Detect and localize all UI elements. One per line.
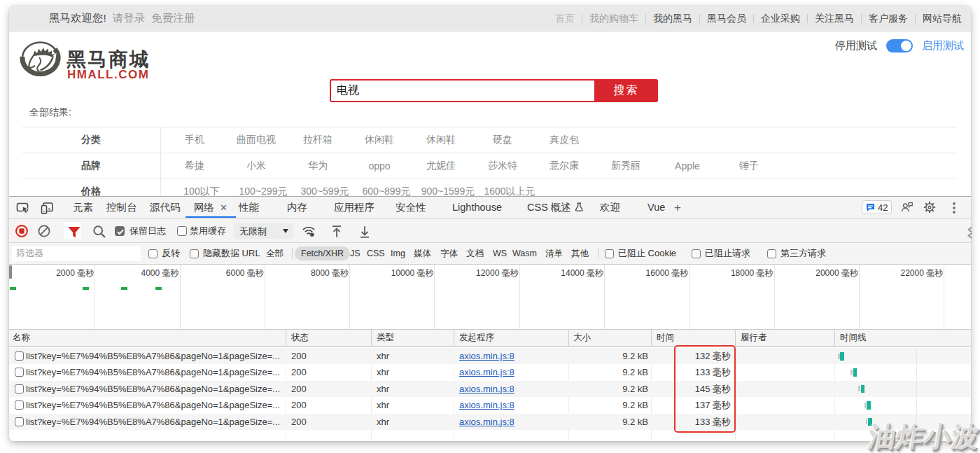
- devtools-add-tab[interactable]: +: [674, 197, 681, 218]
- filter-option[interactable]: 手机: [164, 134, 225, 146]
- request-name[interactable]: list?key=%E7%94%B5%E8%A7%86&pageNo=1&pag…: [26, 381, 280, 397]
- column-separator[interactable]: [651, 330, 652, 346]
- issues-badge[interactable]: 42: [862, 200, 892, 214]
- filter-option[interactable]: 硬盘: [472, 134, 533, 146]
- row-checkbox[interactable]: [15, 384, 24, 393]
- hide-data-urls-group[interactable]: 隐藏数据 URL: [190, 243, 260, 264]
- request-name[interactable]: list?key=%E7%94%B5%E8%A7%86&pageNo=1&pag…: [26, 397, 280, 413]
- login-link[interactable]: 请登录: [113, 11, 146, 26]
- devtools-tab[interactable]: 欢迎: [600, 197, 620, 218]
- more-options-icon[interactable]: [947, 201, 961, 215]
- devtools-tab[interactable]: 源代码: [150, 197, 181, 218]
- topnav-item[interactable]: 网站导航: [916, 13, 969, 25]
- invert-filter-group[interactable]: 反转: [148, 243, 180, 264]
- request-name[interactable]: list?key=%E7%94%B5%E8%A7%86&pageNo=1&pag…: [26, 348, 280, 364]
- third-party-checkbox[interactable]: [767, 249, 776, 258]
- blocked-cookies-group[interactable]: 已阻止 Cookie: [605, 243, 676, 264]
- filter-option[interactable]: 莎米特: [472, 160, 533, 172]
- inspect-element-icon[interactable]: [16, 201, 30, 215]
- network-request-row[interactable]: list?key=%E7%94%B5%E8%A7%86&pageNo=1&pag…: [9, 414, 971, 430]
- filter-option[interactable]: 真皮包: [533, 134, 595, 146]
- row-checkbox[interactable]: [15, 417, 24, 426]
- topnav-item[interactable]: 我的购物车: [582, 13, 645, 25]
- request-type-filter[interactable]: 文档: [466, 243, 484, 264]
- filter-option[interactable]: 曲面电视: [225, 134, 287, 146]
- filter-option[interactable]: 小米: [225, 160, 287, 172]
- filter-option[interactable]: 休闲鞋: [410, 134, 472, 146]
- column-separator[interactable]: [371, 330, 372, 346]
- request-name[interactable]: list?key=%E7%94%B5%E8%A7%86&pageNo=1&pag…: [26, 364, 280, 380]
- devtools-tab[interactable]: 网络✕: [194, 197, 227, 218]
- request-type-filter[interactable]: CSS: [367, 243, 385, 264]
- device-toolbar-icon[interactable]: [40, 201, 54, 215]
- record-network-log-icon[interactable]: [15, 224, 29, 238]
- search-button[interactable]: 搜索: [594, 79, 658, 102]
- request-initiator-link[interactable]: axios.min.js:8: [459, 414, 514, 430]
- devtools-tab[interactable]: 元素: [73, 197, 93, 218]
- request-name[interactable]: list?key=%E7%94%B5%E8%A7%86&pageNo=1&pag…: [26, 414, 280, 430]
- request-type-filter[interactable]: Img: [391, 243, 405, 264]
- filter-option[interactable]: oppo: [349, 160, 410, 172]
- request-initiator-link[interactable]: axios.min.js:8: [459, 381, 514, 397]
- topnav-item[interactable]: 客户服务: [862, 13, 915, 25]
- devtools-tab[interactable]: Vue: [648, 197, 665, 218]
- disable-cache-group[interactable]: 禁用缓存: [177, 219, 226, 242]
- export-har-icon[interactable]: [358, 225, 372, 239]
- request-type-filter[interactable]: 其他: [571, 243, 589, 264]
- column-header[interactable]: 状态: [291, 330, 309, 346]
- network-request-row[interactable]: list?key=%E7%94%B5%E8%A7%86&pageNo=1&pag…: [9, 348, 971, 364]
- request-type-filter[interactable]: 媒体: [414, 243, 431, 264]
- throttling-select[interactable]: 无限制: [234, 223, 293, 239]
- filter-option[interactable]: 意尔康: [533, 160, 595, 172]
- request-initiator-link[interactable]: axios.min.js:8: [459, 364, 514, 380]
- column-header[interactable]: 大小: [573, 330, 591, 346]
- request-type-filter[interactable]: 全部: [266, 243, 284, 264]
- devtools-tab[interactable]: Lighthouse: [452, 197, 502, 218]
- disable-cache-checkbox[interactable]: [177, 226, 187, 236]
- devtools-tab[interactable]: CSS 概述: [527, 197, 583, 218]
- filter-option[interactable]: 尤妮佳: [410, 160, 472, 172]
- filter-option[interactable]: 拉杆箱: [287, 134, 349, 146]
- request-type-filter[interactable]: WS: [493, 243, 507, 264]
- preserve-log-group[interactable]: 保留日志: [115, 219, 166, 242]
- blocked-requests-group[interactable]: 已阻止请求: [692, 243, 750, 264]
- request-initiator-link[interactable]: axios.min.js:8: [459, 348, 514, 364]
- column-header[interactable]: 发起程序: [459, 330, 494, 346]
- search-input[interactable]: [330, 79, 594, 102]
- third-party-group[interactable]: 第三方请求: [767, 243, 826, 264]
- settings-gear-icon[interactable]: [923, 200, 937, 214]
- devtools-tab[interactable]: 控制台: [106, 197, 137, 218]
- search-network-icon[interactable]: [92, 225, 106, 239]
- register-link[interactable]: 免费注册: [151, 11, 195, 26]
- test-toggle-switch[interactable]: [886, 39, 913, 53]
- request-type-filter[interactable]: Fetch/XHR: [295, 246, 350, 260]
- filter-option[interactable]: 华为: [287, 160, 349, 172]
- topnav-item[interactable]: 企业采购: [754, 13, 807, 25]
- row-checkbox[interactable]: [15, 351, 24, 361]
- import-har-icon[interactable]: [330, 225, 344, 239]
- network-conditions-icon[interactable]: [302, 224, 316, 238]
- network-request-row[interactable]: list?key=%E7%94%B5%E8%A7%86&pageNo=1&pag…: [9, 381, 971, 397]
- blocked-cookies-checkbox[interactable]: [605, 249, 614, 258]
- clear-network-log-icon[interactable]: [37, 224, 51, 238]
- column-separator[interactable]: [286, 330, 286, 346]
- filter-option[interactable]: 希捷: [164, 160, 225, 172]
- overview-scrubber[interactable]: [9, 265, 12, 279]
- topnav-item[interactable]: 关注黑马: [808, 13, 861, 25]
- close-tab-icon[interactable]: ✕: [220, 202, 227, 213]
- hmall-logo[interactable]: [20, 41, 61, 76]
- preserve-log-checkbox[interactable]: [115, 226, 125, 236]
- network-request-row[interactable]: list?key=%E7%94%B5%E8%A7%86&pageNo=1&pag…: [9, 364, 971, 380]
- column-separator[interactable]: [834, 330, 835, 346]
- request-type-filter[interactable]: Wasm: [512, 243, 537, 264]
- hide-data-urls-checkbox[interactable]: [190, 249, 199, 258]
- filter-option[interactable]: Apple: [657, 160, 718, 172]
- feedback-icon[interactable]: [900, 200, 914, 214]
- column-header[interactable]: 时间: [657, 330, 674, 346]
- filter-option[interactable]: 锤子: [718, 160, 780, 172]
- devtools-tab[interactable]: 性能: [239, 197, 259, 218]
- row-checkbox[interactable]: [15, 368, 24, 377]
- network-request-row[interactable]: list?key=%E7%94%B5%E8%A7%86&pageNo=1&pag…: [9, 397, 971, 413]
- filter-funnel-icon[interactable]: [67, 225, 81, 239]
- network-overview-timeline[interactable]: 2000 毫秒4000 毫秒6000 毫秒8000 毫秒10000 毫秒1200…: [9, 265, 971, 330]
